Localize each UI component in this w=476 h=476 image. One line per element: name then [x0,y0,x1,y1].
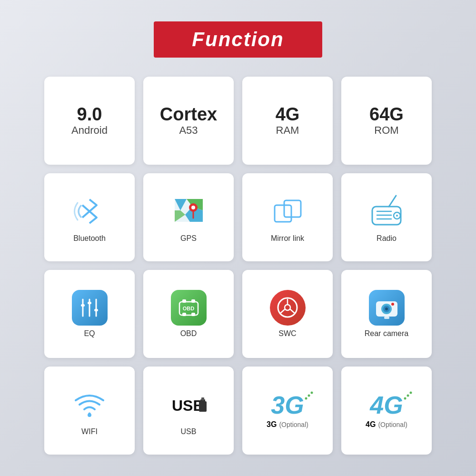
card-3g: 3G 3G (Optional) [242,367,333,455]
svg-point-47 [310,391,313,394]
obd-icon: OBD [171,290,207,326]
svg-rect-26 [191,299,195,303]
svg-rect-25 [182,299,186,303]
svg-line-33 [290,309,295,313]
svg-line-32 [280,309,285,313]
svg-rect-22 [94,309,98,311]
wifi-icon [70,386,109,424]
4g-icon: 4G [370,393,403,417]
card-wifi: WIFI [44,367,135,455]
card-usb: USB USB [143,367,234,455]
card-cortex: Cortex A53 [143,77,234,165]
3g-icon: 3G [271,393,304,417]
svg-point-46 [307,394,310,397]
svg-rect-28 [191,313,195,316]
radio-icon [367,192,406,230]
svg-rect-18 [81,304,85,307]
svg-point-7 [191,206,195,209]
card-rearcamera: Rear camera [341,270,432,358]
svg-rect-39 [384,317,389,319]
svg-point-38 [391,303,394,306]
card-radio: Radio [341,173,432,261]
usb-icon: USB [169,386,208,424]
card-4g: 4G 4G (Optional) [341,367,432,455]
card-bluetooth: Bluetooth [44,173,135,261]
card-eq: EQ [44,270,135,358]
svg-line-10 [389,196,396,207]
svg-point-45 [305,397,307,399]
svg-point-49 [407,394,409,397]
svg-point-48 [404,397,406,399]
bluetooth-icon [70,192,109,230]
svg-point-37 [385,307,388,310]
card-ram: 4G RAM [242,77,333,165]
svg-rect-44 [201,397,204,400]
svg-point-40 [88,413,91,417]
card-swc: SWC [242,270,333,358]
svg-point-30 [285,305,290,310]
card-obd: OBD OBD [143,270,234,358]
rearcamera-icon [369,290,405,326]
svg-text:OBD: OBD [182,306,194,311]
svg-point-50 [409,391,412,394]
card-mirrorlink: Mirror link [242,173,333,261]
card-gps: GPS [143,173,234,261]
header-title: Function [192,28,284,50]
svg-point-16 [396,215,398,217]
svg-rect-8 [275,205,291,222]
svg-rect-9 [284,200,301,217]
eq-icon [72,290,108,326]
card-rom: 64G ROM [341,77,432,165]
swc-icon [270,290,306,326]
svg-rect-27 [182,313,186,316]
svg-rect-20 [88,302,91,304]
gps-icon [169,192,208,230]
header-banner: Function [154,21,322,58]
grid-container: 9.0 Android Cortex A53 4G RAM 64G ROM Bl… [40,72,436,459]
card-android: 9.0 Android [44,77,135,165]
svg-rect-42 [199,401,207,412]
mirrorlink-icon [268,192,307,230]
